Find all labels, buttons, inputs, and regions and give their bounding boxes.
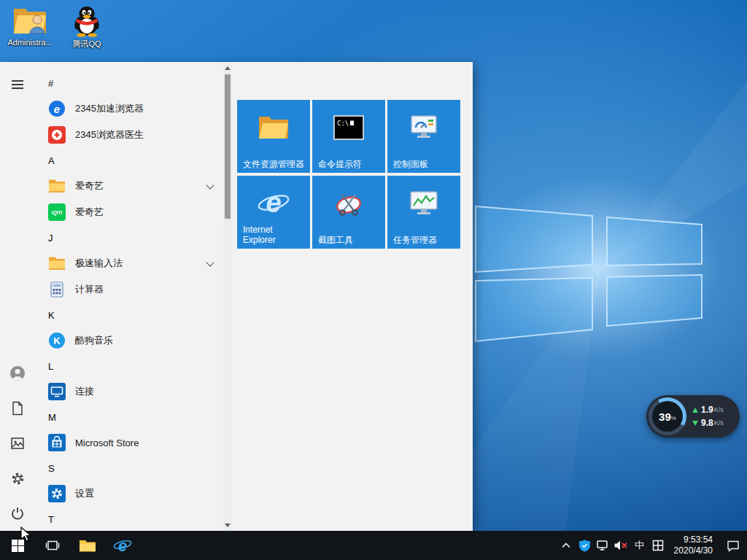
start-menu-rail xyxy=(0,62,35,531)
app-item-microsoft-store[interactable]: Microsoft Store xyxy=(35,429,223,456)
desktop-icon-qq[interactable]: 腾讯QQ xyxy=(58,4,115,50)
clock-time: 9:53:54 xyxy=(674,534,713,545)
app-label: 2345加速浏览器 xyxy=(75,102,144,115)
connect-icon xyxy=(48,383,66,400)
taskbar-clock[interactable]: 9:53:54 2020/4/30 xyxy=(667,534,719,556)
user-account-icon xyxy=(9,365,26,381)
app-item-connect[interactable]: 连接 xyxy=(35,378,223,405)
section-letter: M xyxy=(48,412,56,423)
tile-label: 控制面板 xyxy=(393,159,457,169)
desktop-icon-administrator[interactable]: Administra... xyxy=(1,6,58,47)
taskbar-browser-button[interactable]: e xyxy=(105,531,140,560)
app-item-2345-doctor[interactable]: 2345浏览器医生 xyxy=(35,122,223,148)
shield-icon xyxy=(578,539,591,552)
desktop-icon-label: Administra... xyxy=(1,38,58,47)
start-button[interactable] xyxy=(0,531,35,560)
account-button[interactable] xyxy=(0,356,35,391)
network-icon xyxy=(596,540,609,551)
qq-penguin-icon xyxy=(70,4,104,37)
section-letter: L xyxy=(48,361,53,372)
upload-unit: K/s xyxy=(714,406,724,413)
action-center-button[interactable] xyxy=(719,531,747,560)
folder-icon xyxy=(79,539,96,553)
svg-text:iQIYI: iQIYI xyxy=(52,210,63,216)
app-item-iqiyi[interactable]: iQIYI 爱奇艺 xyxy=(35,199,223,225)
section-letter: K xyxy=(48,310,55,321)
app-list-header-j[interactable]: J xyxy=(35,225,223,250)
app-label: Microsoft Store xyxy=(75,438,139,448)
volume-tray-icon[interactable] xyxy=(612,531,630,560)
upload-speed-row: 1.9 K/s xyxy=(692,405,724,415)
download-value: 9.8 xyxy=(701,418,713,428)
tile-internet-explorer[interactable]: e Internet Explorer xyxy=(237,176,310,249)
taskbar-file-explorer-button[interactable] xyxy=(70,531,105,560)
task-view-button[interactable] xyxy=(35,531,70,560)
taskbar: e xyxy=(0,531,747,560)
desktop-icon-label: 腾讯QQ xyxy=(58,39,115,50)
tile-control-panel[interactable]: 控制面板 xyxy=(387,100,460,173)
ime-grid-icon xyxy=(652,540,664,551)
app-list-header-a[interactable]: A xyxy=(35,148,223,173)
app-item-calculator[interactable]: 计算器 xyxy=(35,276,223,303)
app-label: 爱奇艺 xyxy=(75,206,104,219)
chevron-down-icon[interactable] xyxy=(206,258,214,266)
microsoft-store-icon xyxy=(48,434,66,451)
pictures-button[interactable] xyxy=(0,426,35,461)
app-list-header-m[interactable]: M xyxy=(35,405,223,429)
folder-icon xyxy=(48,177,66,195)
section-letter: # xyxy=(48,78,53,89)
scroll-up-icon[interactable] xyxy=(223,63,232,73)
security-tray-icon[interactable] xyxy=(576,531,594,560)
app-list-header-l[interactable]: L xyxy=(35,354,223,378)
app-list-header-s[interactable]: S xyxy=(35,456,223,481)
picture-icon xyxy=(10,436,25,451)
app-list: # e 2345加速浏览器 2345浏览器医生 A xyxy=(35,62,223,531)
network-tray-icon[interactable] xyxy=(594,531,612,560)
app-item-settings[interactable]: 设置 xyxy=(35,481,223,507)
app-list-header-k[interactable]: K xyxy=(35,303,223,327)
section-letter: S xyxy=(48,463,55,474)
desktop: Administra... 腾讯QQ xyxy=(0,0,747,560)
calculator-icon xyxy=(48,281,66,298)
2345-doctor-icon xyxy=(48,126,66,144)
settings-button[interactable] xyxy=(0,461,35,496)
tile-snipping-tool[interactable]: 截图工具 xyxy=(312,176,385,249)
app-list-scrollbar[interactable] xyxy=(223,62,232,531)
upload-arrow-icon xyxy=(692,408,698,413)
app-item-kugou[interactable]: K 酷狗音乐 xyxy=(35,327,223,354)
hamburger-icon xyxy=(11,79,24,90)
show-hidden-icons-button[interactable] xyxy=(557,531,576,560)
memory-gauge: 39 % xyxy=(649,397,686,435)
documents-button[interactable] xyxy=(0,391,35,426)
app-list-header-hash[interactable]: # xyxy=(35,71,223,96)
download-arrow-icon xyxy=(692,421,698,426)
tile-label: 文件资源管理器 xyxy=(243,159,306,169)
scrollbar-thumb[interactable] xyxy=(225,74,231,219)
net-speed-widget[interactable]: 39 % 1.9 K/s 9.8 K/s xyxy=(646,395,740,438)
browser-e-icon: e xyxy=(113,536,132,555)
administrator-folder-icon xyxy=(12,6,47,36)
net-speeds: 1.9 K/s 9.8 K/s xyxy=(692,405,724,428)
tile-label: Internet Explorer xyxy=(243,225,306,245)
app-label: 设置 xyxy=(75,487,94,500)
app-item-2345-browser[interactable]: e 2345加速浏览器 xyxy=(35,96,223,122)
app-item-iqiyi-folder[interactable]: 爱奇艺 xyxy=(35,173,223,199)
tile-command-prompt[interactable]: C:\ 命令提示符 xyxy=(312,100,385,173)
power-button[interactable] xyxy=(0,496,35,531)
scroll-down-icon[interactable] xyxy=(223,520,232,530)
chevron-down-icon[interactable] xyxy=(206,181,214,189)
app-list-header-t[interactable]: T xyxy=(35,507,223,531)
section-letter: J xyxy=(48,233,53,244)
clock-date: 2020/4/30 xyxy=(674,545,713,556)
ime-language-button[interactable]: 中 xyxy=(630,531,649,560)
expand-menu-button[interactable] xyxy=(0,67,35,102)
app-label: 极速输入法 xyxy=(75,257,123,270)
folder-icon xyxy=(48,254,66,272)
tile-task-manager[interactable]: 任务管理器 xyxy=(387,176,460,249)
notification-icon xyxy=(727,540,740,552)
tile-file-explorer[interactable]: 文件资源管理器 xyxy=(237,100,310,173)
task-view-icon xyxy=(45,540,60,551)
windows-logo-icon xyxy=(12,540,24,552)
app-item-jisu-ime-folder[interactable]: 极速输入法 xyxy=(35,250,223,276)
ime-mode-button[interactable] xyxy=(649,531,667,560)
